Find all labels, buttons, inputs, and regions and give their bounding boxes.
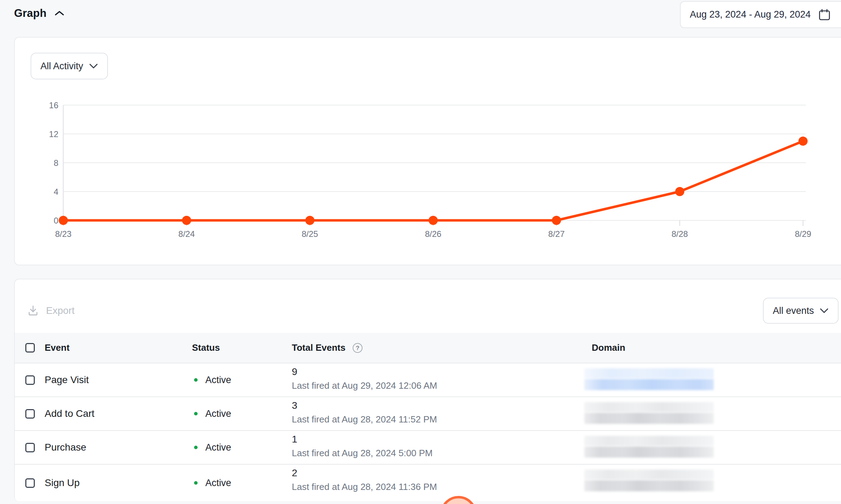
page-title: Graph — [14, 7, 46, 20]
activity-filter-label: All Activity — [40, 61, 83, 72]
svg-text:16: 16 — [49, 101, 58, 110]
column-header-event: Event — [45, 342, 70, 353]
row-checkbox[interactable] — [25, 375, 35, 385]
status-dot-icon — [194, 378, 198, 382]
total-events-value: 3 — [292, 400, 437, 411]
svg-text:4: 4 — [54, 187, 58, 196]
graph-card: All Activity 04812168/238/248/258/268/27… — [14, 37, 841, 265]
svg-text:0: 0 — [54, 216, 58, 225]
domain-redacted-block — [584, 379, 714, 390]
row-checkbox[interactable] — [25, 443, 35, 452]
select-all-checkbox[interactable] — [25, 343, 35, 353]
event-name: Page Visit — [45, 363, 89, 396]
event-name: Purchase — [45, 431, 86, 464]
domain-cell — [584, 363, 714, 396]
row-checkbox[interactable] — [25, 409, 35, 419]
last-fired-text: Last fired at Aug 28, 2024 11:36 PM — [292, 482, 437, 492]
domain-redacted-block — [584, 446, 714, 458]
table-header-row: Event Status Total Events ? Domain — [15, 333, 841, 363]
page-header: Graph — [14, 7, 65, 20]
status-label: Active — [205, 442, 231, 453]
activity-line-chart: 04812168/238/248/258/268/278/288/29 — [15, 96, 841, 250]
domain-redacted-block — [584, 480, 714, 491]
chevron-down-icon — [820, 308, 829, 314]
chevron-down-icon — [89, 63, 98, 69]
column-header-domain: Domain — [592, 342, 625, 353]
event-table-body: Page Visit Active 9 Last fired at Aug 29… — [15, 363, 841, 501]
svg-text:12: 12 — [49, 129, 58, 139]
status-dot-icon — [194, 481, 198, 485]
help-icon[interactable]: ? — [352, 342, 363, 354]
domain-redacted-block — [584, 413, 714, 424]
table-row: Sign Up Active 2 Last fired at Aug 28, 2… — [15, 464, 841, 501]
svg-text:8/25: 8/25 — [302, 229, 318, 239]
svg-text:8/29: 8/29 — [795, 229, 811, 239]
row-checkbox[interactable] — [25, 478, 35, 488]
total-events-value: 2 — [292, 467, 437, 479]
calendar-icon — [818, 8, 831, 21]
export-label: Export — [46, 305, 75, 316]
event-name: Add to Cart — [45, 397, 95, 430]
svg-text:8/28: 8/28 — [672, 229, 688, 239]
domain-redacted-block — [584, 402, 714, 412]
events-table-card: Export All events Event Status Total Eve… — [14, 279, 841, 501]
svg-text:8/24: 8/24 — [178, 229, 195, 239]
svg-text:8/23: 8/23 — [55, 229, 72, 239]
export-button[interactable]: Export — [27, 300, 75, 322]
status-label: Active — [205, 408, 231, 419]
events-filter-dropdown[interactable]: All events — [763, 298, 839, 324]
domain-redacted-block — [584, 436, 714, 446]
last-fired-text: Last fired at Aug 28, 2024 5:00 PM — [292, 448, 432, 459]
events-filter-label: All events — [773, 305, 814, 316]
domain-cell — [584, 465, 714, 501]
svg-text:8/27: 8/27 — [548, 229, 565, 239]
download-icon — [27, 305, 39, 317]
column-header-total-events: Total Events — [292, 342, 346, 353]
chevron-up-icon[interactable] — [54, 10, 65, 17]
event-name: Sign Up — [45, 465, 80, 501]
domain-redacted-block — [584, 470, 714, 479]
table-row: Page Visit Active 9 Last fired at Aug 29… — [15, 363, 841, 396]
domain-cell — [584, 397, 714, 430]
last-fired-text: Last fired at Aug 28, 2024 11:52 PM — [292, 414, 437, 425]
total-events-value: 1 — [292, 434, 432, 445]
status-dot-icon — [194, 446, 198, 449]
column-header-status: Status — [192, 342, 220, 353]
date-range-label: Aug 23, 2024 - Aug 29, 2024 — [690, 9, 811, 20]
svg-text:8: 8 — [54, 158, 58, 168]
status-label: Active — [205, 375, 231, 386]
table-row: Purchase Active 1 Last fired at Aug 28, … — [15, 430, 841, 464]
activity-filter-dropdown[interactable]: All Activity — [31, 53, 108, 79]
status-dot-icon — [194, 412, 198, 415]
table-row: Add to Cart Active 3 Last fired at Aug 2… — [15, 396, 841, 430]
date-range-button[interactable]: Aug 23, 2024 - Aug 29, 2024 — [680, 1, 841, 28]
last-fired-text: Last fired at Aug 29, 2024 12:06 AM — [292, 380, 437, 391]
status-label: Active — [205, 478, 231, 489]
svg-text:?: ? — [355, 345, 359, 351]
domain-redacted-block — [584, 368, 714, 378]
total-events-value: 9 — [292, 366, 437, 377]
domain-cell — [584, 431, 714, 464]
svg-text:8/26: 8/26 — [425, 229, 442, 239]
